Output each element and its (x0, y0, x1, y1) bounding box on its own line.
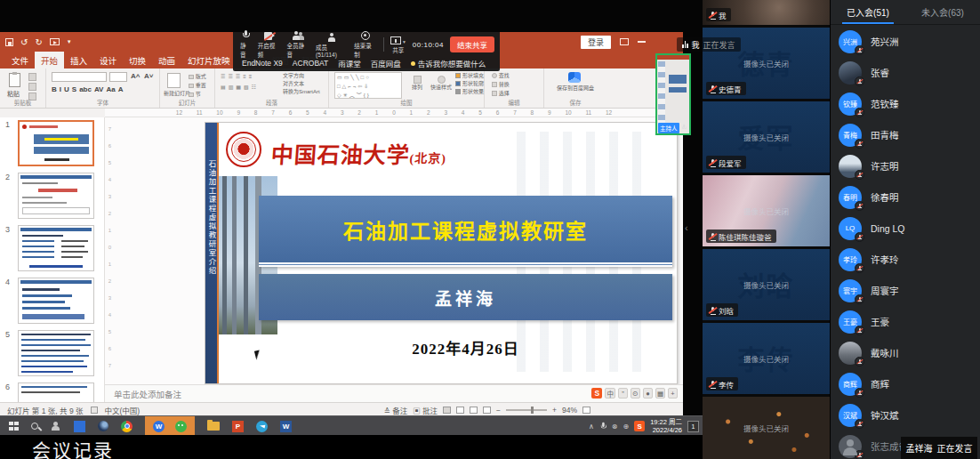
participant-row[interactable]: 青梅田青梅 (831, 119, 980, 150)
font-style-button[interactable]: Aa (106, 85, 115, 93)
participant-row[interactable]: 钦臻范钦臻 (831, 88, 980, 119)
slide-thumbnail-5[interactable] (18, 330, 94, 376)
ribbon-display-options-icon[interactable] (620, 38, 629, 45)
participant-row[interactable]: 汉斌钟汉斌 (831, 399, 980, 431)
slide-title-box[interactable]: 石油加工课程虚拟教研室 (259, 196, 672, 267)
normal-view-icon[interactable] (443, 407, 451, 414)
save-icon[interactable] (5, 38, 13, 46)
ime-tool-icon[interactable]: + (668, 388, 678, 399)
save-to-pan-button[interactable]: 保存到百度网盘 (550, 85, 601, 92)
zoom-slider[interactable] (506, 409, 547, 411)
video-tile[interactable]: 刘晗摄像头已关闭刘晗 (703, 249, 830, 320)
wps-icon[interactable]: W (153, 421, 165, 432)
arrange-button[interactable]: 排列 (407, 76, 427, 91)
login-button[interactable]: 登录 (581, 36, 611, 49)
video-tile[interactable]: 摄像头已关闭 (703, 397, 830, 459)
slide-sorter-view-icon[interactable] (456, 407, 464, 414)
participant-row[interactable]: LQDing LQ (831, 213, 980, 244)
muted-mic-badge[interactable] (855, 201, 864, 211)
tray-expand-icon[interactable]: ∧ (589, 423, 594, 431)
notification-icon[interactable]: 1 (687, 421, 699, 432)
text-direction-button[interactable]: 文字方向 (283, 72, 304, 79)
section-button[interactable]: 节 (189, 91, 201, 98)
reset-button[interactable]: 重置 (189, 82, 206, 89)
zoom-level[interactable]: 94% (562, 406, 577, 415)
slide-thumbnail-4[interactable] (18, 278, 94, 324)
telegram-icon[interactable] (256, 421, 268, 432)
sogou-ime-icon[interactable]: S (591, 388, 602, 399)
reading-view-icon[interactable] (470, 407, 478, 414)
participant-row[interactable]: 商辉商辉 (831, 368, 980, 399)
quick-styles-button[interactable]: 快速样式 (429, 76, 454, 91)
video-tile[interactable]: 李传摄像头已关闭李传 (703, 323, 830, 394)
slide-thumbnail-1[interactable] (18, 120, 94, 166)
video-tile[interactable]: 摄像头已关闭陈佳琪陈佳璇爸 (703, 175, 830, 246)
video-tile[interactable]: 我 (703, 0, 830, 25)
grow-font-icon[interactable]: A˄ (131, 72, 140, 80)
slide[interactable]: 石油加工课程虚拟教研室介绍 中国石油大学(北京) 石油加工课程虚拟教研室 孟祥海… (205, 122, 678, 384)
ime-tool-icon[interactable]: ▦ (655, 388, 665, 399)
ribbon-tab[interactable]: EndNote X9 (242, 59, 283, 68)
muted-mic-badge[interactable] (855, 357, 864, 366)
ribbon-tab[interactable]: 切换 (123, 52, 152, 68)
tray-volume-icon[interactable]: ⊕ (623, 423, 629, 431)
font-style-button[interactable]: abc (79, 85, 92, 93)
participant-row[interactable]: 王豪王豪 (831, 306, 980, 337)
mute-button[interactable]: 静音 (240, 30, 252, 59)
redo-icon[interactable]: ↻ (35, 37, 42, 47)
tray-microphone-icon[interactable] (599, 422, 606, 430)
slide-author-box[interactable]: 孟祥海 (259, 274, 672, 320)
font-style-button[interactable]: S (72, 85, 76, 93)
shape-fill-button[interactable]: 形状填充 (455, 72, 484, 79)
camera-button[interactable]: 开启视频 (258, 30, 281, 59)
font-style-button[interactable]: B (52, 85, 57, 93)
alignment-buttons[interactable]: ▤▥▦▧☷ (221, 84, 259, 91)
baidu-pan-icon[interactable] (568, 72, 581, 83)
new-slide-label[interactable]: 新建幻灯片 (164, 90, 187, 97)
start-button-icon[interactable] (9, 422, 19, 431)
fit-to-window-icon[interactable] (582, 407, 590, 414)
muted-mic-badge[interactable] (855, 263, 864, 273)
chrome-icon[interactable] (121, 421, 133, 432)
tray-sogou-icon[interactable]: S (634, 421, 645, 431)
slide-thumbnail-3[interactable] (18, 225, 94, 271)
share-button[interactable]: ▼ 共享 (390, 35, 406, 54)
wechat-icon[interactable] (175, 421, 187, 432)
muted-mic-badge[interactable] (855, 45, 864, 55)
quick-access-more-icon[interactable]: ▼ (67, 39, 72, 44)
tab-not-joined[interactable]: 未入会(63) (905, 0, 980, 24)
slide-thumbnail-6[interactable] (18, 382, 94, 402)
participant-row[interactable]: 兴洲苑兴洲 (831, 26, 980, 57)
minimize-icon[interactable] (638, 41, 646, 43)
new-slide-icon[interactable] (167, 73, 181, 88)
mute-all-button[interactable]: 全员静音 (286, 30, 309, 59)
ribbon-tab[interactable]: 插入 (64, 52, 93, 68)
word-icon[interactable]: W (280, 421, 292, 432)
end-share-button[interactable]: 结束共享 (450, 36, 494, 52)
participant-row[interactable]: 许志明 (831, 150, 980, 181)
muted-mic-badge[interactable] (855, 294, 864, 304)
align-text-button[interactable]: 对齐文本 (283, 80, 304, 87)
participant-row[interactable]: 寰宇周寰宇 (831, 275, 980, 306)
weather-app-icon[interactable] (98, 421, 108, 431)
paste-icon[interactable] (9, 73, 20, 87)
ribbon-tab[interactable]: 文件 (5, 52, 35, 68)
muted-mic-badge[interactable] (855, 326, 864, 335)
font-style-button[interactable]: A (118, 85, 124, 93)
font-size-box[interactable] (109, 72, 127, 82)
start-slideshow-icon[interactable] (50, 38, 60, 45)
shrink-font-icon[interactable]: A˅ (144, 72, 153, 80)
screen-share-preview[interactable]: 主持人 (655, 53, 691, 135)
ribbon-tab[interactable]: 百度网盘 (371, 58, 401, 68)
list-buttons[interactable]: ☰☰☰≡≡ (221, 73, 254, 80)
participant-list[interactable]: 兴洲苑兴洲张睿钦臻范钦臻青梅田青梅许志明春明徐春明LQDing LQ孝玲许孝玲寰… (831, 26, 980, 459)
people-app-icon[interactable] (51, 422, 61, 431)
ime-tool-icon[interactable]: 中 (605, 388, 615, 399)
powerpoint-icon[interactable]: P (232, 421, 244, 432)
muted-mic-badge[interactable] (855, 170, 864, 180)
font-style-button[interactable]: AV (94, 85, 104, 93)
ime-tool-icon[interactable]: ⊙ (631, 388, 640, 399)
ribbon-tab[interactable]: 设计 (93, 52, 123, 68)
tell-me-box[interactable]: 告诉我你想要做什么 (411, 58, 486, 68)
participant-row[interactable]: 孝玲许孝玲 (831, 244, 980, 275)
